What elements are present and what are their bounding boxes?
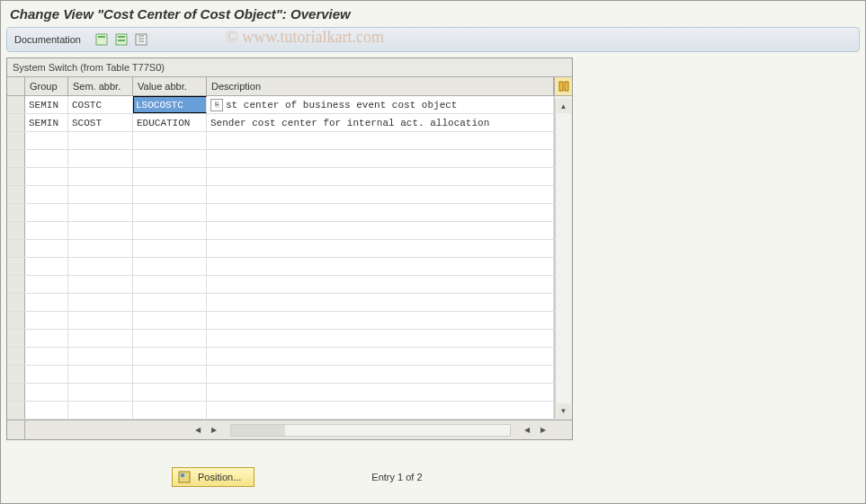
cell-desc[interactable] bbox=[207, 132, 554, 149]
row-selector[interactable] bbox=[7, 132, 25, 149]
toolbar-action3-icon[interactable] bbox=[133, 31, 149, 48]
cell-sem[interactable] bbox=[68, 312, 133, 329]
row-selector[interactable] bbox=[7, 150, 25, 167]
row-selector[interactable] bbox=[7, 222, 25, 239]
cell-sem[interactable] bbox=[68, 222, 133, 239]
row-selector[interactable] bbox=[7, 366, 25, 383]
cell-value[interactable] bbox=[133, 258, 207, 275]
cell-group[interactable] bbox=[25, 150, 68, 167]
row-selector[interactable] bbox=[7, 294, 25, 311]
scroll-right-end-icon[interactable]: ▶ bbox=[536, 423, 550, 438]
cell-desc[interactable]: ⎘st center of business event cost object bbox=[207, 96, 554, 113]
cell-sem[interactable]: COSTC bbox=[68, 96, 133, 113]
cell-group[interactable] bbox=[25, 294, 68, 311]
documentation-button[interactable]: Documentation bbox=[14, 34, 81, 45]
cell-value[interactable] bbox=[133, 294, 207, 311]
cell-value[interactable] bbox=[133, 348, 207, 365]
cell-value[interactable] bbox=[133, 402, 207, 419]
cell-group[interactable] bbox=[25, 348, 68, 365]
cell-value[interactable] bbox=[133, 330, 207, 347]
cell-sem[interactable] bbox=[68, 150, 133, 167]
toolbar-action1-icon[interactable] bbox=[94, 31, 110, 48]
select-all-corner[interactable] bbox=[7, 77, 25, 95]
cell-sem[interactable] bbox=[68, 258, 133, 275]
cell-value[interactable] bbox=[133, 150, 207, 167]
cell-group[interactable] bbox=[25, 384, 68, 401]
row-selector[interactable] bbox=[7, 276, 25, 293]
cell-group[interactable] bbox=[25, 186, 68, 203]
cell-desc[interactable] bbox=[207, 204, 554, 221]
row-selector[interactable] bbox=[7, 204, 25, 221]
cell-sem[interactable] bbox=[68, 348, 133, 365]
scroll-up-icon[interactable]: ▲ bbox=[557, 99, 571, 113]
cell-desc[interactable] bbox=[207, 330, 554, 347]
cell-value[interactable] bbox=[133, 222, 207, 239]
cell-value[interactable] bbox=[133, 384, 207, 401]
cell-value[interactable] bbox=[133, 312, 207, 329]
cell-desc[interactable] bbox=[207, 186, 554, 203]
scroll-left-start-icon[interactable]: ◀ bbox=[191, 423, 205, 438]
row-selector[interactable] bbox=[7, 96, 25, 113]
hscroll-track[interactable] bbox=[230, 424, 511, 437]
cell-group[interactable] bbox=[25, 204, 68, 221]
cell-value[interactable] bbox=[133, 240, 207, 257]
row-selector[interactable] bbox=[7, 402, 25, 419]
cell-desc[interactable]: Sender cost center for internal act. all… bbox=[207, 114, 554, 131]
hscroll-thumb[interactable] bbox=[231, 425, 285, 436]
cell-group[interactable] bbox=[25, 366, 68, 383]
cell-sem[interactable]: SCOST bbox=[68, 114, 133, 131]
column-header-value[interactable]: Value abbr. bbox=[133, 77, 207, 95]
row-selector[interactable] bbox=[7, 384, 25, 401]
cell-group[interactable] bbox=[25, 276, 68, 293]
cell-group[interactable] bbox=[25, 312, 68, 329]
cell-desc[interactable] bbox=[207, 222, 554, 239]
cell-sem[interactable] bbox=[68, 240, 133, 257]
cell-sem[interactable] bbox=[68, 276, 133, 293]
vertical-scrollbar[interactable]: ▲ ▼ bbox=[555, 99, 571, 418]
cell-sem[interactable] bbox=[68, 204, 133, 221]
cell-sem[interactable] bbox=[68, 186, 133, 203]
row-selector[interactable] bbox=[7, 186, 25, 203]
cell-value[interactable] bbox=[133, 204, 207, 221]
cell-sem[interactable] bbox=[68, 402, 133, 419]
cell-group[interactable]: SEMIN bbox=[25, 114, 68, 131]
scroll-down-icon[interactable]: ▼ bbox=[557, 403, 571, 418]
cell-group[interactable] bbox=[25, 258, 68, 275]
cell-sem[interactable] bbox=[68, 366, 133, 383]
cell-sem[interactable] bbox=[68, 384, 133, 401]
scroll-left-icon[interactable]: ▶ bbox=[207, 423, 221, 438]
row-selector[interactable] bbox=[7, 330, 25, 347]
cell-sem[interactable] bbox=[68, 132, 133, 149]
cell-group[interactable] bbox=[25, 132, 68, 149]
cell-desc[interactable] bbox=[207, 150, 554, 167]
cell-sem[interactable] bbox=[68, 330, 133, 347]
cell-desc[interactable] bbox=[207, 168, 554, 185]
row-selector[interactable] bbox=[7, 240, 25, 257]
cell-desc[interactable] bbox=[207, 258, 554, 275]
cell-value[interactable]: EDUCATION bbox=[133, 114, 207, 131]
search-help-icon[interactable]: ⎘ bbox=[210, 99, 223, 111]
cell-group[interactable] bbox=[25, 240, 68, 257]
row-selector[interactable] bbox=[7, 258, 25, 275]
cell-desc[interactable] bbox=[207, 402, 554, 419]
cell-desc[interactable] bbox=[207, 276, 554, 293]
cell-group[interactable] bbox=[25, 222, 68, 239]
cell-value[interactable] bbox=[133, 132, 207, 149]
scroll-right-icon[interactable]: ◀ bbox=[520, 423, 534, 438]
position-button[interactable]: Position... bbox=[172, 467, 254, 487]
cell-desc[interactable] bbox=[207, 348, 554, 365]
cell-desc[interactable] bbox=[207, 240, 554, 257]
cell-desc[interactable] bbox=[207, 384, 554, 401]
cell-value[interactable] bbox=[133, 168, 207, 185]
cell-desc[interactable] bbox=[207, 312, 554, 329]
row-selector[interactable] bbox=[7, 348, 25, 365]
row-selector[interactable] bbox=[7, 312, 25, 329]
table-settings-icon[interactable] bbox=[554, 77, 572, 95]
column-header-desc[interactable]: Description bbox=[207, 77, 554, 95]
cell-sem[interactable] bbox=[68, 168, 133, 185]
cell-group[interactable] bbox=[25, 168, 68, 185]
column-header-group[interactable]: Group bbox=[25, 77, 68, 95]
cell-desc[interactable] bbox=[207, 294, 554, 311]
cell-group[interactable] bbox=[25, 402, 68, 419]
cell-group[interactable] bbox=[25, 330, 68, 347]
